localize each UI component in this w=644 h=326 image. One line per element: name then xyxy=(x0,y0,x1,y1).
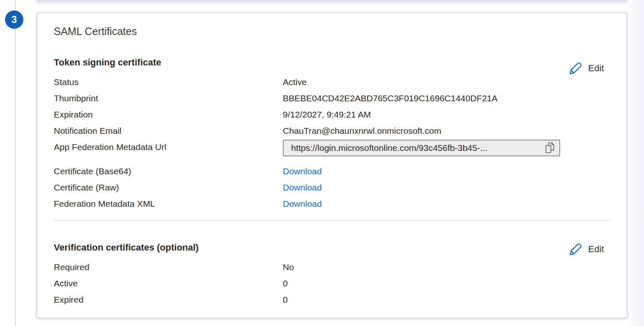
federation-metadata-xml-download-link[interactable]: Download xyxy=(283,199,322,209)
active-count-label: Active xyxy=(54,278,283,288)
certificate-raw-download-link[interactable]: Download xyxy=(283,183,322,193)
app-federation-metadata-url-label: App Federation Metadata Url xyxy=(54,139,283,152)
notification-email-value: ChauTran@chaunxnrwl.onmicrosoft.com xyxy=(283,126,441,136)
certificate-base64-row: Certificate (Base64) Download xyxy=(54,163,603,179)
thumbprint-label: Thumbprint xyxy=(54,93,283,103)
edit-button-label: Edit xyxy=(588,244,604,255)
federation-metadata-xml-label: Federation Metadata XML xyxy=(54,199,283,209)
status-row: Status Active xyxy=(54,74,603,90)
app-federation-metadata-url-row: App Federation Metadata Url https://logi… xyxy=(54,139,603,163)
edit-button-label: Edit xyxy=(588,63,604,74)
certificate-base64-label: Certificate (Base64) xyxy=(54,166,283,176)
notification-email-label: Notification Email xyxy=(54,126,283,136)
saml-certificates-card: SAML Certificates Token signing certific… xyxy=(37,13,627,318)
token-signing-certificate-heading: Token signing certificate xyxy=(54,56,603,69)
copy-url-button[interactable] xyxy=(544,142,555,154)
status-label: Status xyxy=(54,77,283,87)
required-label: Required xyxy=(54,262,283,272)
edit-verification-certificates-button[interactable]: Edit xyxy=(569,242,604,256)
certificate-base64-download-link[interactable]: Download xyxy=(283,166,322,176)
expiration-value: 9/12/2027, 9:49:21 AM xyxy=(283,110,371,120)
expired-count-value: 0 xyxy=(283,295,288,305)
edit-token-certificate-button[interactable]: Edit xyxy=(569,61,604,75)
certificate-raw-label: Certificate (Raw) xyxy=(54,183,283,193)
active-count-value: 0 xyxy=(283,278,288,288)
thumbprint-row: Thumbprint BBEBE04CD42E2ABD765C3F019C169… xyxy=(54,90,603,106)
expiration-row: Expiration 9/12/2027, 9:49:21 AM xyxy=(54,106,603,123)
certificate-raw-row: Certificate (Raw) Download xyxy=(54,179,603,196)
required-value: No xyxy=(283,262,294,272)
app-federation-metadata-url-value: https://login.microsoftonline.com/93c456… xyxy=(291,143,544,153)
step-number-badge: 3 xyxy=(5,10,23,29)
expiration-label: Expiration xyxy=(54,110,283,120)
expired-count-label: Expired xyxy=(54,295,283,305)
edit-pencil-icon xyxy=(569,61,583,75)
notification-email-row: Notification Email ChauTran@chaunxnrwl.o… xyxy=(54,123,603,139)
previous-section-bottom-edge xyxy=(37,0,627,2)
step-connector-line xyxy=(15,0,16,326)
edit-pencil-icon xyxy=(569,242,583,256)
active-count-row: Active 0 xyxy=(54,275,603,291)
card-title: SAML Certificates xyxy=(54,25,603,38)
page-right-gutter xyxy=(627,0,644,326)
step-number: 3 xyxy=(11,14,17,25)
expired-count-row: Expired 0 xyxy=(54,291,603,308)
status-value: Active xyxy=(283,77,307,87)
copy-page-icon xyxy=(544,142,555,154)
app-federation-metadata-url-field[interactable]: https://login.microsoftonline.com/93c456… xyxy=(283,140,560,156)
required-row: Required No xyxy=(54,259,603,275)
federation-metadata-xml-row: Federation Metadata XML Download xyxy=(54,196,603,212)
section-divider xyxy=(54,220,611,221)
thumbprint-value: BBEBE04CD42E2ABD765C3F019C1696C1440DF21A xyxy=(283,93,498,103)
verification-certificates-heading: Verification certificates (optional) xyxy=(54,241,603,254)
